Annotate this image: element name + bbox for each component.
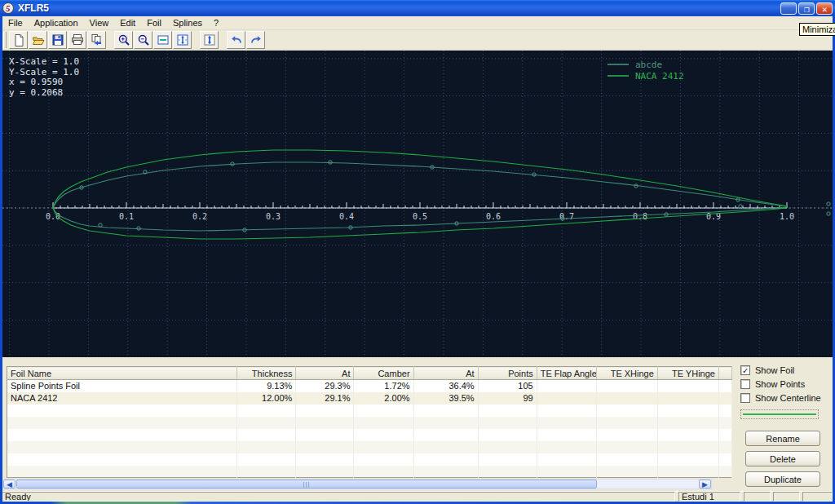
column-header-foil-name[interactable]: Foil Name [7, 367, 237, 380]
tooltip: Minimizar [799, 23, 835, 36]
table-cell [7, 405, 237, 417]
table-row-empty[interactable] [7, 466, 732, 478]
table-cell: 2.00% [354, 392, 413, 405]
table-cell [7, 453, 237, 466]
plot-area[interactable]: 0.00.10.20.30.40.50.60.70.80.91.0abcdeNA… [2, 51, 833, 357]
toolbar-button-new-file[interactable] [9, 31, 28, 49]
toolbar-button-undo[interactable] [227, 31, 245, 49]
table-cell [237, 417, 296, 429]
table-cell [296, 429, 354, 441]
line-style-preview[interactable] [740, 409, 819, 419]
table-cell [537, 466, 596, 478]
table-cell [296, 453, 354, 466]
table-cell [596, 429, 657, 441]
toolbar-button-print[interactable] [68, 31, 86, 49]
toolbar-button-copy[interactable] [87, 31, 106, 49]
table-cell [354, 429, 413, 441]
x-axis-tick-label: 0.6 [486, 212, 501, 221]
toolbar-button-open-folder[interactable] [29, 31, 47, 49]
table-cell [718, 453, 731, 466]
column-header-at[interactable]: At [413, 367, 478, 380]
checkbox-show-centerline[interactable]: Show Centerline [740, 391, 830, 405]
toolbar-button-zoom-in[interactable] [114, 31, 133, 49]
table-cell [237, 429, 296, 441]
legend-label: NACA 2412 [635, 71, 684, 82]
column-header-points[interactable]: Points [478, 367, 537, 380]
status-panel-3 [802, 492, 833, 502]
table-row-empty[interactable] [7, 441, 732, 453]
toolbar-grip[interactable] [3, 32, 7, 48]
table-cell: 29.1% [296, 392, 354, 405]
legend-label: abcde [635, 60, 662, 70]
toolbar-button-save[interactable] [48, 31, 67, 49]
table-row-empty[interactable] [7, 405, 732, 417]
menu-item-[interactable]: ? [208, 17, 224, 29]
menu-item-edit[interactable]: Edit [114, 17, 141, 29]
toolbar-button-reset-xy-scale[interactable] [173, 31, 192, 49]
status-project: Estudi 1 [678, 492, 740, 502]
toolbar-button-redo[interactable] [246, 31, 265, 49]
table-cell [537, 441, 596, 453]
scroll-left-button[interactable]: ◀ [3, 480, 15, 489]
delete-button[interactable]: Delete [745, 451, 820, 466]
scrollbar-thumb[interactable] [16, 480, 597, 489]
table-cell [596, 466, 657, 478]
column-header-te-flap-angle[interactable]: TE Flap Angle [537, 367, 596, 380]
table-row-spline-points-foil[interactable]: Spline Points Foil9.13%29.3%1.72%36.4%10… [7, 380, 732, 392]
table-row-empty[interactable] [7, 417, 732, 429]
status-panel-2 [773, 492, 800, 502]
x-axis-tick-label: 0.2 [192, 212, 207, 221]
x-axis-tick-label: 0.5 [413, 212, 427, 221]
table-row-empty[interactable] [7, 453, 732, 466]
checkbox-box[interactable]: ✓ [740, 365, 750, 375]
menu-item-splines[interactable]: Splines [167, 17, 208, 29]
menu-item-view[interactable]: View [84, 17, 115, 29]
table-cell [657, 417, 718, 429]
toolbar-button-zoom-out[interactable] [134, 31, 152, 49]
table-cell [296, 466, 354, 478]
maximize-button[interactable]: ❐ [798, 2, 815, 15]
scale-overlay-line: y = 0.2068 [9, 87, 63, 98]
menu-item-file[interactable]: File [2, 17, 29, 29]
scale-overlay-line: Y-Scale = 1.0 [9, 67, 79, 77]
table-cell: Spline Points Foil [7, 380, 237, 392]
table-cell: 9.13% [237, 380, 296, 392]
table-cell [537, 392, 596, 405]
column-header-te-yhinge[interactable]: TE YHinge [657, 367, 718, 380]
h-scrollbar[interactable]: ◀ ▶ [2, 479, 712, 489]
column-header-camber[interactable]: Camber [354, 367, 413, 380]
x-axis-tick-label: 0.3 [266, 212, 281, 221]
toolbar-button-reset-y-scale[interactable] [200, 31, 219, 49]
table-cell [7, 441, 237, 453]
table-cell [296, 441, 354, 453]
table-cell [7, 466, 237, 478]
column-header-at[interactable]: At [296, 367, 354, 380]
toolbar-button-reset-x-scale[interactable] [153, 31, 172, 49]
table-cell [657, 441, 718, 453]
column-header-te-xhinge[interactable]: TE XHinge [596, 367, 657, 380]
minimize-button[interactable]: _ [780, 2, 797, 15]
duplicate-button[interactable]: Duplicate [745, 471, 820, 487]
scroll-right-button[interactable]: ▶ [699, 480, 711, 489]
column-header-stub[interactable] [718, 367, 731, 380]
column-header-thickness[interactable]: Thickness [237, 367, 296, 380]
table-cell: 39.5% [413, 392, 478, 405]
menu-item-application[interactable]: Application [29, 17, 84, 29]
checkbox-box[interactable] [740, 393, 750, 403]
menu-item-foil[interactable]: Foil [141, 17, 167, 29]
checkbox-show-points[interactable]: Show Points [740, 378, 830, 391]
checkbox-box[interactable] [740, 379, 750, 389]
x-axis-tick-label: 0.4 [339, 212, 354, 221]
bottom-panel: Foil NameThicknessAtCamberAtPointsTE Fla… [2, 357, 833, 491]
rename-button[interactable]: Rename [745, 431, 820, 446]
close-button[interactable]: ✕ [816, 2, 833, 15]
table-cell [478, 441, 537, 453]
line-style-sample [743, 413, 816, 415]
table-cell: 36.4% [413, 380, 478, 392]
table-row-empty[interactable] [7, 429, 732, 441]
checkbox-show-foil[interactable]: ✓Show Foil [740, 364, 830, 377]
new-file-icon [12, 33, 25, 46]
checkbox-label: Show Foil [755, 365, 794, 375]
table-cell [237, 405, 296, 417]
table-row-naca-2412[interactable]: NACA 241212.00%29.1%2.00%39.5%99 [7, 392, 732, 405]
